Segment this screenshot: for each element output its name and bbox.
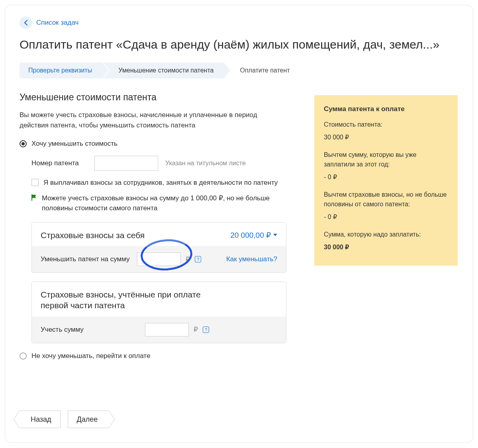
radio-reduce[interactable] [20,140,27,147]
flag-icon [31,194,37,201]
summary-box: Сумма патента к оплате Стоимость патента… [314,95,458,266]
insurance-self-card: Страховые взносы за себя 20 000,00 ₽ Уме… [31,222,286,273]
insurance-self-amount-value: 20 000,00 ₽ [230,231,271,240]
section-desc: Вы можете учесть страховые взносы, начис… [20,110,278,130]
summary-cost-value: 30 000 ₽ [324,133,448,142]
summary-paid-label: Вычтем сумму, которую вы уже заплатили з… [324,150,448,169]
apply-amount-label: Учесть сумму [41,326,88,334]
employee-checkbox-label: Я выплачивал взносы за сотрудников, заня… [43,178,278,188]
help-icon-2[interactable]: ? [203,327,209,333]
patent-number-label: Номер патента [31,159,87,167]
summary-title: Сумма патента к оплате [324,104,448,114]
next-button[interactable]: Далее [68,411,109,428]
radio-skip-label: Не хочу уменьшать, перейти к оплате [31,352,150,360]
reduce-amount-input[interactable] [137,252,181,266]
radio-skip[interactable] [20,352,27,360]
flag-text: Можете учесть страховые взносы на сумму … [42,193,273,213]
breadcrumb: Проверьте реквизиты Уменьшение стоимости… [20,63,458,78]
insurance-first-part-title: Страховые взносы, учтённые при оплате пе… [41,289,224,311]
svg-rect-0 [31,194,32,201]
step-reduce-cost[interactable]: Уменьшение стоимости патента [102,63,224,78]
patent-number-hint: Указан на титульном листе [165,160,246,167]
insurance-first-part-card: Страховые взносы, учтённые при оплате пе… [31,282,286,343]
summary-ins-label: Вычтем страховые взносы, но не больше по… [324,190,448,209]
patent-number-input[interactable] [94,156,158,171]
insurance-self-amount[interactable]: 20 000,00 ₽ [230,231,277,240]
insurance-self-title: Страховые взносы за себя [41,230,145,241]
prev-button[interactable]: Назад [20,411,61,428]
ruble-sign: ₽ [186,255,190,264]
how-reduce-link[interactable]: Как уменьшать? [226,255,277,263]
summary-cost-label: Стоимость патента: [324,120,448,129]
ruble-sign-2: ₽ [194,325,198,334]
apply-amount-input[interactable] [145,323,189,336]
back-button[interactable] [20,16,32,29]
back-link[interactable]: Список задач [36,19,78,27]
summary-total-label: Сумма, которую надо заплатить: [324,230,448,239]
chevron-down-icon [273,234,277,236]
summary-ins-value: - 0 ₽ [324,212,448,222]
section-heading: Уменьшение стоимости патента [20,92,298,103]
step-pay[interactable]: Оплатите патент [224,63,300,78]
page-title: Оплатить патент «Сдача в аренду (наём) ж… [20,38,458,51]
summary-total-value: 30 000 ₽ [324,243,448,252]
summary-paid-value: - 0 ₽ [324,172,448,182]
help-icon[interactable]: ? [195,256,201,262]
reduce-amount-label: Уменьшить патент на сумму [41,255,132,263]
radio-reduce-label: Хочу уменьшить стоимость [31,140,118,148]
step-check-details[interactable]: Проверьте реквизиты [20,63,102,78]
employee-checkbox[interactable] [31,179,39,186]
chevron-left-icon [24,20,28,25]
